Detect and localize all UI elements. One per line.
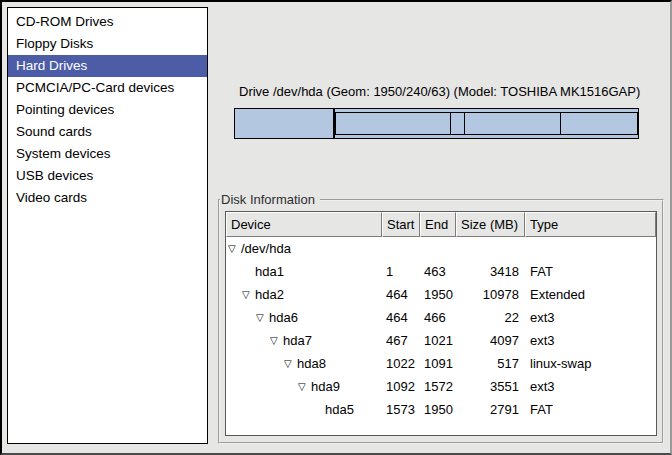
start-cell: 464 [382, 306, 420, 329]
table-row-hda6[interactable]: ▽hda646446622ext3 [226, 306, 656, 329]
type-cell [525, 237, 656, 260]
device-cell: ▽/dev/hda [226, 237, 382, 260]
column-header-start[interactable]: Start [382, 212, 420, 237]
device-name: hda6 [269, 306, 298, 329]
end-cell [420, 237, 456, 260]
type-cell: ext3 [525, 375, 656, 398]
expander-triangle-icon[interactable]: ▽ [284, 352, 297, 375]
sidebar-item-pointing-devices[interactable]: Pointing devices [8, 99, 207, 121]
device-name: /dev/hda [241, 237, 291, 260]
logical-partition-divider [560, 113, 561, 134]
sidebar-item-hard-drives[interactable]: Hard Drives [8, 55, 207, 77]
disk-table-header: DeviceStartEndSize (MB)Type [226, 212, 656, 237]
column-header-type[interactable]: Type [525, 212, 656, 237]
size-cell: 22 [456, 306, 525, 329]
size-cell: 2791 [456, 398, 525, 421]
sidebar-item-pcmcia-pc-card-devices[interactable]: PCMCIA/PC-Card devices [8, 77, 207, 99]
size-cell: 517 [456, 352, 525, 375]
logical-partition-divider [464, 113, 465, 134]
size-cell: 3551 [456, 375, 525, 398]
logical-partition-divider [450, 113, 451, 134]
expander-triangle-icon[interactable]: ▽ [270, 329, 283, 352]
size-cell: 3418 [456, 260, 525, 283]
column-header-device[interactable]: Device [226, 212, 382, 237]
size-cell: 4097 [456, 329, 525, 352]
type-cell: ext3 [525, 306, 656, 329]
expander-triangle-icon[interactable]: ▽ [256, 306, 269, 329]
sidebar-item-usb-devices[interactable]: USB devices [8, 165, 207, 187]
size-cell: 10978 [456, 283, 525, 306]
primary-partition-divider [333, 109, 335, 138]
device-name: hda7 [283, 329, 312, 352]
hardware-browser-window: CD-ROM DrivesFloppy DisksHard DrivesPCMC… [0, 0, 672, 455]
device-name: hda2 [255, 283, 284, 306]
device-name: hda8 [297, 352, 326, 375]
type-cell: linux-swap [525, 352, 656, 375]
device-cell: ▽hda6 [226, 306, 382, 329]
expander-triangle-icon[interactable]: ▽ [228, 237, 241, 260]
drive-info-label: Drive /dev/hda (Geom: 1950/240/63) (Mode… [239, 84, 640, 99]
device-category-list: CD-ROM DrivesFloppy DisksHard DrivesPCMC… [7, 7, 208, 444]
sidebar-item-floppy-disks[interactable]: Floppy Disks [8, 33, 207, 55]
start-cell: 1 [382, 260, 420, 283]
table-row-hda2[interactable]: ▽hda2464195010978Extended [226, 283, 656, 306]
type-cell: FAT [525, 398, 656, 421]
start-cell: 467 [382, 329, 420, 352]
end-cell: 1950 [420, 283, 456, 306]
type-cell: Extended [525, 283, 656, 306]
partition-bar [234, 108, 639, 139]
device-name: hda1 [255, 260, 284, 283]
device-cell: hda5 [226, 398, 382, 421]
end-cell: 463 [420, 260, 456, 283]
sidebar-item-video-cards[interactable]: Video cards [8, 187, 207, 209]
end-cell: 1091 [420, 352, 456, 375]
expander-triangle-icon[interactable]: ▽ [242, 283, 255, 306]
sidebar-item-sound-cards[interactable]: Sound cards [8, 121, 207, 143]
device-cell: ▽hda9 [226, 375, 382, 398]
type-cell: FAT [525, 260, 656, 283]
device-cell: ▽hda8 [226, 352, 382, 375]
device-cell: hda1 [226, 260, 382, 283]
start-cell: 1022 [382, 352, 420, 375]
extended-partition-box [335, 112, 638, 135]
end-cell: 466 [420, 306, 456, 329]
table-row-hda8[interactable]: ▽hda810221091517linux-swap [226, 352, 656, 375]
device-name: hda5 [325, 398, 354, 421]
device-cell: ▽hda2 [226, 283, 382, 306]
type-cell: ext3 [525, 329, 656, 352]
end-cell: 1021 [420, 329, 456, 352]
column-header-end[interactable]: End [420, 212, 456, 237]
table-row-dev-hda[interactable]: ▽/dev/hda [226, 237, 656, 260]
device-name: hda9 [311, 375, 340, 398]
table-row-hda1[interactable]: hda114633418FAT [226, 260, 656, 283]
disk-information-frame-label: Disk Information [220, 192, 320, 207]
expander-triangle-icon[interactable]: ▽ [298, 375, 311, 398]
table-row-hda5[interactable]: hda5157319502791FAT [226, 398, 656, 421]
sidebar-item-cd-rom-drives[interactable]: CD-ROM Drives [8, 11, 207, 33]
device-cell: ▽hda7 [226, 329, 382, 352]
end-cell: 1572 [420, 375, 456, 398]
end-cell: 1950 [420, 398, 456, 421]
start-cell: 1573 [382, 398, 420, 421]
start-cell: 1092 [382, 375, 420, 398]
sidebar-item-system-devices[interactable]: System devices [8, 143, 207, 165]
disk-table: DeviceStartEndSize (MB)Type ▽/dev/hdahda… [225, 211, 657, 436]
start-cell [382, 237, 420, 260]
table-row-hda7[interactable]: ▽hda746710214097ext3 [226, 329, 656, 352]
disk-information-frame: Disk Information DeviceStartEndSize (MB)… [218, 199, 664, 444]
start-cell: 464 [382, 283, 420, 306]
table-row-hda9[interactable]: ▽hda9109215723551ext3 [226, 375, 656, 398]
size-cell [456, 237, 525, 260]
column-header-size-mb[interactable]: Size (MB) [456, 212, 525, 237]
disk-table-body: ▽/dev/hdahda114633418FAT▽hda246419501097… [226, 237, 656, 421]
